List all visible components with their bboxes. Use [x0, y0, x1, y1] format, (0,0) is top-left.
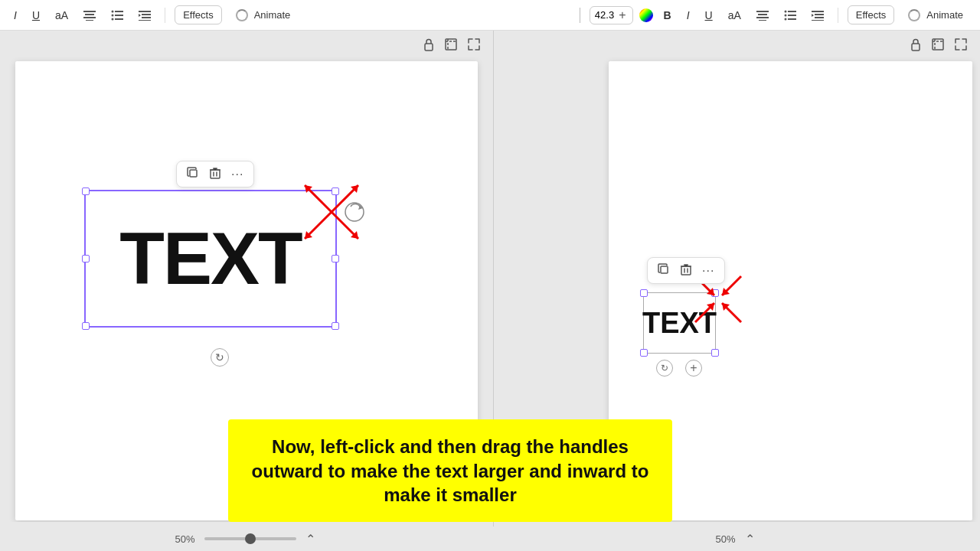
plus-icon-right: +	[690, 362, 697, 374]
toolbar-right: 42.3 + B I U aA Effects Animate	[590, 5, 971, 24]
color-swatch[interactable]	[639, 8, 653, 22]
font-size-aa-button[interactable]: aA	[51, 6, 73, 24]
svg-rect-9	[115, 18, 123, 20]
handle-bl-left[interactable]	[82, 322, 90, 330]
text-display-left: TEXT	[119, 217, 301, 301]
svg-rect-28	[812, 20, 824, 21]
indent-button[interactable]	[134, 7, 155, 24]
handle-mr-left[interactable]	[332, 255, 339, 262]
handle-tl-right[interactable]	[640, 289, 648, 297]
element-toolbar-left: ···	[176, 161, 254, 187]
bold-button[interactable]: B	[659, 6, 676, 24]
svg-rect-25	[812, 11, 824, 12]
panel-icon-bar-right	[494, 31, 980, 61]
expand-icon-left[interactable]	[467, 37, 481, 54]
copy-button-right[interactable]	[654, 261, 674, 280]
font-size-plus-button[interactable]: +	[617, 8, 627, 22]
tooltip-text: Now, left-click and then drag the handle…	[247, 435, 654, 507]
font-size-control[interactable]: 42.3 +	[590, 6, 633, 24]
delete-button-right[interactable]	[677, 261, 695, 280]
list-button-2[interactable]	[779, 7, 801, 24]
list-button[interactable]	[106, 7, 128, 24]
rotate-handle-left[interactable]: ↻	[211, 348, 229, 367]
toolbar-divider-2	[838, 8, 838, 23]
svg-rect-0	[83, 11, 96, 12]
svg-marker-14	[139, 14, 141, 17]
svg-marker-29	[812, 14, 814, 17]
rotate-icon-right: ↻	[661, 363, 668, 373]
lock-icon-right[interactable]	[910, 37, 922, 54]
svg-rect-16	[758, 14, 767, 15]
toolbar-divider-center	[580, 8, 580, 23]
indent-button-2[interactable]	[807, 7, 828, 24]
element-toolbar-right: ···	[647, 257, 725, 284]
svg-rect-3	[86, 20, 93, 21]
toolbar-divider-1	[165, 8, 165, 23]
resize-arrows-left	[297, 178, 366, 246]
svg-rect-10	[139, 11, 151, 12]
svg-point-4	[112, 10, 114, 12]
effects-button-right[interactable]: Effects	[848, 5, 895, 24]
underline-button-2[interactable]: U	[701, 6, 717, 24]
tooltip-box: Now, left-click and then drag the handle…	[228, 419, 672, 522]
toolbar-left: I U aA Effects Animate	[9, 5, 570, 24]
lock-icon-left[interactable]	[423, 37, 435, 54]
chevron-up-right[interactable]: ⌃	[745, 532, 755, 546]
font-size-value: 42.3	[595, 9, 614, 21]
svg-rect-22	[788, 15, 796, 16]
svg-point-19	[784, 10, 786, 12]
align-button-2[interactable]	[752, 7, 773, 24]
svg-rect-11	[142, 14, 151, 15]
handle-br-left[interactable]	[332, 322, 339, 330]
svg-point-8	[112, 18, 114, 20]
rotate-handle-right[interactable]: ↻	[656, 360, 673, 377]
svg-rect-1	[85, 14, 94, 15]
align-button[interactable]	[79, 7, 100, 24]
svg-rect-44	[912, 44, 920, 51]
zoom-level-left: 50%	[175, 533, 194, 545]
more-button-left[interactable]: ···	[227, 165, 247, 184]
crop-icon-left[interactable]	[444, 37, 458, 54]
handle-ml-left[interactable]	[82, 255, 90, 262]
svg-point-23	[784, 18, 786, 20]
svg-rect-24	[788, 18, 796, 20]
delete-button-left[interactable]	[206, 165, 224, 184]
animate-button-right[interactable]: Animate	[900, 6, 971, 24]
font-size-aa-button-2[interactable]: aA	[724, 6, 746, 24]
copy-button-left[interactable]	[183, 165, 203, 184]
svg-rect-45	[933, 39, 943, 50]
svg-rect-20	[788, 11, 796, 12]
panel-icon-bar-left	[0, 31, 493, 61]
svg-rect-46	[661, 266, 668, 273]
chevron-up-left[interactable]: ⌃	[305, 532, 315, 546]
zoom-thumb-left[interactable]	[245, 533, 256, 544]
svg-rect-30	[425, 44, 433, 51]
zoom-bar-right: 50% ⌃	[490, 527, 980, 551]
handle-br-right[interactable]	[711, 349, 719, 357]
svg-rect-33	[211, 170, 220, 178]
svg-rect-2	[83, 17, 96, 18]
svg-rect-18	[759, 20, 766, 21]
plus-handle-right[interactable]: +	[685, 360, 702, 377]
svg-rect-32	[190, 170, 197, 177]
rotate-icon-left: ↻	[215, 351, 224, 364]
svg-rect-26	[815, 14, 824, 15]
italic-button[interactable]: I	[9, 6, 21, 24]
svg-rect-17	[756, 17, 769, 18]
svg-rect-12	[142, 17, 151, 18]
effects-button-left[interactable]: Effects	[175, 5, 222, 24]
zoom-bar: 50% ⌃	[0, 527, 490, 551]
more-button-right[interactable]: ···	[698, 261, 718, 280]
svg-point-42	[345, 203, 364, 221]
zoom-slider-left[interactable]	[204, 537, 296, 540]
italic-button-2[interactable]: I	[682, 6, 694, 24]
animate-button-left[interactable]: Animate	[228, 6, 299, 24]
handle-tl-left[interactable]	[82, 187, 90, 195]
handle-bl-right[interactable]	[640, 349, 648, 357]
svg-rect-27	[815, 17, 824, 18]
underline-button[interactable]: U	[28, 6, 44, 24]
svg-rect-13	[139, 20, 151, 21]
expand-icon-right[interactable]	[954, 37, 968, 54]
crop-icon-right[interactable]	[931, 37, 945, 54]
svg-rect-31	[446, 39, 456, 50]
